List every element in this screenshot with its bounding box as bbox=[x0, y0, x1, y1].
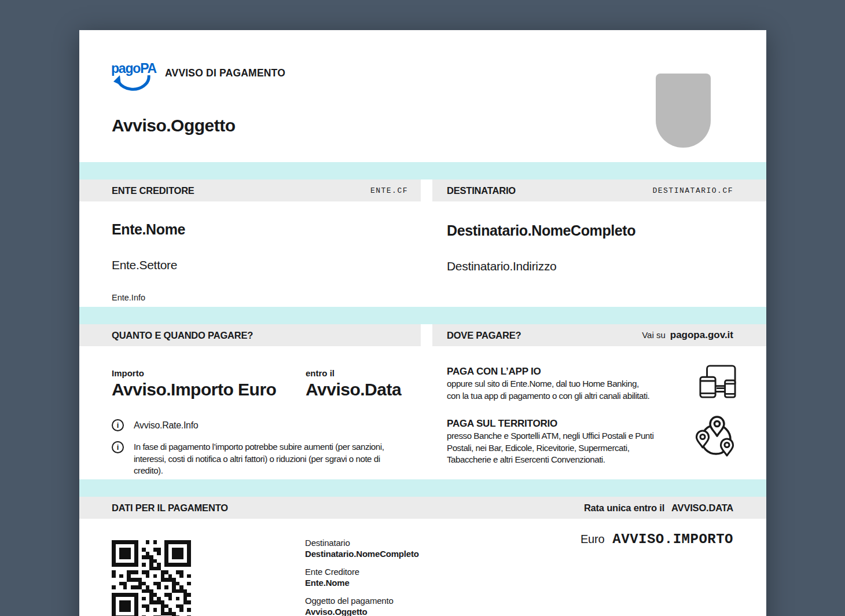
euro-amount-row: Euro AVVISO.IMPORTO bbox=[581, 531, 733, 547]
dati-header-bar: DATI PER IL PAGAMENTO Rata unica entro i… bbox=[79, 497, 766, 519]
rate-info-row: i Avviso.Rate.Info bbox=[112, 419, 198, 431]
paga-territorio-line: Tabaccherie e altri Esercenti Convenzion… bbox=[447, 454, 653, 466]
svg-text:pagoPA: pagoPA bbox=[111, 61, 157, 76]
logo-placeholder-shield bbox=[656, 74, 711, 148]
destinatario-header-bar: DESTINATARIO DESTINATARIO.CF bbox=[432, 179, 766, 201]
disclaimer-line: credito). bbox=[134, 465, 384, 477]
importo-amount-value: AVVISO.IMPORTO bbox=[612, 531, 733, 547]
divider-stripe bbox=[79, 307, 766, 324]
divider-stripe bbox=[79, 479, 766, 497]
dove-label: DOVE PAGARE? bbox=[447, 330, 521, 341]
destinatario-nome: Destinatario.NomeCompleto bbox=[447, 222, 635, 239]
qr-code bbox=[112, 540, 191, 616]
ente-nome: Ente.Nome bbox=[112, 221, 185, 238]
vai-su-group: Vai su pagopa.gov.it bbox=[642, 329, 733, 341]
info-icon: i bbox=[112, 441, 124, 453]
field-label: Ente Creditore bbox=[305, 566, 419, 577]
vai-su-text: Vai su bbox=[642, 330, 666, 340]
pagopa-site-text: pagopa.gov.it bbox=[670, 329, 733, 341]
rata-unica-label: Rata unica entro il bbox=[584, 503, 664, 514]
paga-app-text: oppure sul sito di Ente.Nome, dal tuo Ho… bbox=[447, 378, 649, 402]
field-destinatario: Destinatario Destinatario.NomeCompleto bbox=[305, 537, 419, 559]
field-label: Destinatario bbox=[305, 537, 419, 548]
ente-settore: Ente.Settore bbox=[112, 258, 177, 272]
pagopa-logo-icon: pagoPA bbox=[111, 60, 157, 96]
dove-header-bar: DOVE PAGARE? Vai su pagopa.gov.it bbox=[432, 324, 766, 346]
quanto-label: QUANTO E QUANDO PAGARE? bbox=[112, 330, 253, 341]
entro-il-label: entro il bbox=[306, 368, 335, 378]
field-value: Destinatario.NomeCompleto bbox=[305, 548, 419, 559]
quanto-header-bar: QUANTO E QUANDO PAGARE? bbox=[79, 324, 421, 346]
document-title: AVVISO DI PAGAMENTO bbox=[165, 67, 285, 79]
info-icon: i bbox=[112, 419, 124, 431]
importo-value: Avviso.Importo Euro bbox=[112, 380, 276, 399]
pagopa-logo: pagoPA bbox=[111, 60, 157, 96]
disclaimer-row: i In fase di pagamento l’importo potrebb… bbox=[112, 441, 384, 477]
field-value: Avviso.Oggetto bbox=[305, 606, 419, 616]
disclaimer-line: interessi, costi di notifica o altri fat… bbox=[134, 453, 384, 465]
divider-stripe bbox=[79, 162, 766, 179]
field-ente-creditore: Ente Creditore Ente.Nome bbox=[305, 566, 419, 588]
paga-app-line: oppure sul sito di Ente.Nome, dal tuo Ho… bbox=[447, 378, 649, 390]
destinatario-label: DESTINATARIO bbox=[447, 185, 516, 196]
paga-app-line: con la tua app di pagamento o con gli al… bbox=[447, 390, 649, 402]
dati-label: DATI PER IL PAGAMENTO bbox=[112, 503, 228, 514]
payment-notice-page: pagoPA AVVISO DI PAGAMENTO Avviso.Oggett… bbox=[79, 30, 766, 616]
paga-territorio-line: Postali, nei Bar, Edicole, Ricevitorie, … bbox=[447, 442, 653, 454]
devices-icon bbox=[699, 364, 736, 399]
qr-code-icon bbox=[112, 540, 191, 616]
ente-creditore-label: ENTE CREDITORE bbox=[112, 185, 194, 196]
app-background: { "colors":{"bg":"#4A5868","stripe":"#CC… bbox=[0, 0, 845, 616]
euro-label: Euro bbox=[581, 533, 604, 546]
entro-il-value: Avviso.Data bbox=[306, 380, 401, 399]
field-value: Ente.Nome bbox=[305, 577, 419, 588]
destinatario-cf-value: DESTINATARIO.CF bbox=[652, 186, 733, 195]
rata-unica-group: Rata unica entro il AVVISO.DATA bbox=[584, 503, 733, 514]
rate-info-text: Avviso.Rate.Info bbox=[134, 419, 198, 431]
paga-territorio-text: presso Banche e Sportelli ATM, negli Uff… bbox=[447, 430, 653, 466]
notice-subject: Avviso.Oggetto bbox=[112, 116, 236, 135]
paga-territorio-title: PAGA SUL TERRITORIO bbox=[447, 418, 557, 430]
rata-data-value: AVVISO.DATA bbox=[671, 503, 733, 514]
field-label: Oggetto del pagamento bbox=[305, 595, 419, 606]
disclaimer-text: In fase di pagamento l’importo potrebbe … bbox=[134, 441, 384, 477]
ente-info: Ente.Info bbox=[112, 293, 145, 302]
destinatario-indirizzo: Destinatario.Indirizzo bbox=[447, 259, 557, 273]
ente-creditore-header-bar: ENTE CREDITORE ENTE.CF bbox=[79, 179, 421, 201]
paga-app-title: PAGA CON L’APP IO bbox=[447, 366, 541, 377]
disclaimer-line: In fase di pagamento l’importo potrebbe … bbox=[134, 441, 384, 453]
payment-fields: Destinatario Destinatario.NomeCompleto E… bbox=[305, 537, 419, 616]
field-oggetto: Oggetto del pagamento Avviso.Oggetto bbox=[305, 595, 419, 616]
ente-cf-value: ENTE.CF bbox=[370, 186, 408, 195]
paga-territorio-line: presso Banche e Sportelli ATM, negli Uff… bbox=[447, 430, 653, 442]
map-pins-icon bbox=[695, 415, 737, 460]
importo-label: Importo bbox=[112, 368, 144, 378]
